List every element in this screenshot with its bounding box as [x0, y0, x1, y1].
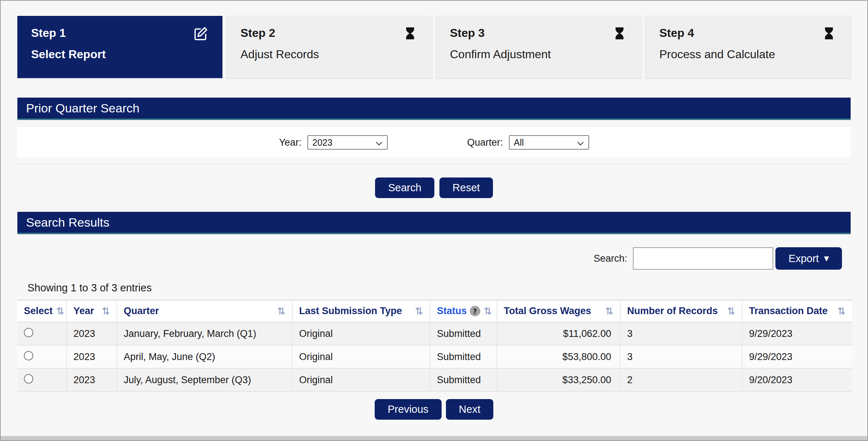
previous-button[interactable]: Previous — [375, 399, 442, 420]
quarter-select[interactable]: All — [509, 135, 589, 150]
quarter-select-value: All — [514, 137, 524, 148]
step-title: Confirm Adjustment — [450, 48, 627, 61]
select-row-radio[interactable] — [24, 374, 33, 384]
edit-icon — [193, 26, 209, 42]
cell-last-submission-type: Original — [292, 345, 430, 368]
column-header-select[interactable]: Select⇅ — [17, 300, 67, 322]
column-header-year[interactable]: Year⇅ — [67, 300, 117, 322]
status-help-icon[interactable]: ? — [470, 306, 480, 316]
cell-year: 2023 — [67, 368, 117, 391]
horizontal-scrollbar[interactable] — [1, 436, 867, 440]
cell-transaction-date: 9/29/2023 — [742, 345, 852, 368]
form-divider — [17, 164, 851, 164]
chevron-down-icon — [577, 137, 584, 148]
select-row-radio[interactable] — [24, 351, 33, 360]
cell-status: Submitted — [430, 368, 497, 391]
table-header-row: Select⇅ Year⇅ Quarter⇅ Last Submission T… — [17, 300, 852, 322]
next-button[interactable]: Next — [446, 399, 494, 420]
column-header-quarter[interactable]: Quarter⇅ — [117, 300, 292, 322]
cell-total-gross-wages: $11,062.00 — [497, 322, 620, 345]
cell-number-of-records: 3 — [620, 345, 742, 368]
step-label: Step 1 — [31, 26, 66, 40]
sort-icon: ⇅ — [277, 305, 285, 317]
step-title: Adjust Records — [241, 48, 418, 61]
column-header-number-of-records[interactable]: Number of Records⇅ — [620, 300, 742, 322]
cell-quarter: January, February, March (Q1) — [117, 322, 292, 345]
cell-status: Submitted — [430, 345, 497, 368]
search-results-header: Search Results — [17, 212, 851, 234]
cell-last-submission-type: Original — [292, 368, 430, 391]
step-1-select-report[interactable]: Step 1 Select Report — [17, 16, 222, 78]
sort-icon: ⇅ — [102, 305, 110, 317]
reset-button[interactable]: Reset — [439, 177, 493, 198]
results-table: Select⇅ Year⇅ Quarter⇅ Last Submission T… — [17, 300, 852, 392]
step-label: Step 2 — [241, 26, 275, 40]
sort-icon: ⇅ — [56, 305, 65, 317]
cell-transaction-date: 9/29/2023 — [742, 322, 852, 345]
export-button[interactable]: Export ▼ — [775, 247, 842, 270]
step-3-confirm-adjustment[interactable]: Step 3 Confirm Adjustment — [436, 16, 641, 78]
hourglass-icon — [612, 26, 627, 42]
hourglass-icon — [821, 26, 837, 42]
sort-icon: ⇅ — [605, 305, 613, 317]
year-field: Year: 2023 — [279, 135, 387, 150]
step-label: Step 3 — [450, 26, 485, 40]
step-label: Step 4 — [659, 26, 694, 40]
prior-quarter-search-header: Prior Quarter Search — [17, 98, 851, 120]
cell-number-of-records: 3 — [620, 322, 742, 345]
column-header-transaction-date[interactable]: Transaction Date⇅ — [742, 300, 852, 322]
chevron-down-icon — [375, 137, 383, 148]
cell-quarter: July, August, September (Q3) — [117, 368, 292, 391]
cell-last-submission-type: Original — [292, 322, 430, 345]
column-header-last-submission-type[interactable]: Last Submission Type⇅ — [292, 300, 430, 322]
results-search-input[interactable] — [633, 247, 773, 270]
step-title: Process and Calculate — [659, 48, 837, 61]
quarter-field: Quarter: All — [467, 135, 589, 150]
cell-total-gross-wages: $33,250.00 — [497, 368, 620, 391]
cell-number-of-records: 2 — [620, 368, 742, 391]
caret-down-icon: ▼ — [824, 255, 829, 262]
column-header-total-gross-wages[interactable]: Total Gross Wages⇅ — [497, 300, 620, 322]
sort-icon: ⇅ — [727, 305, 735, 317]
step-4-process-and-calculate[interactable]: Step 4 Process and Calculate — [646, 16, 851, 78]
cell-year: 2023 — [67, 345, 117, 368]
year-select[interactable]: 2023 — [307, 135, 388, 150]
sort-icon: ⇅ — [837, 305, 846, 317]
section-title: Prior Quarter Search — [26, 101, 140, 115]
cell-status: Submitted — [430, 322, 497, 345]
table-row: 2023 January, February, March (Q1) Origi… — [17, 322, 852, 345]
year-label: Year: — [279, 137, 301, 148]
table-row: 2023 July, August, September (Q3) Origin… — [17, 368, 852, 391]
cell-quarter: April, May, June (Q2) — [117, 345, 292, 368]
sort-icon: ⇅ — [415, 305, 423, 317]
column-header-status[interactable]: Status ? ⇅ — [430, 300, 497, 322]
sort-icon: ⇅ — [484, 305, 492, 317]
quarter-label: Quarter: — [467, 137, 503, 148]
step-title: Select Report — [31, 48, 209, 61]
hourglass-icon — [402, 26, 418, 42]
search-button[interactable]: Search — [375, 177, 434, 198]
results-search-label: Search: — [593, 253, 627, 264]
cell-year: 2023 — [67, 322, 117, 345]
cell-transaction-date: 9/20/2023 — [742, 368, 852, 391]
wizard-steps: Step 1 Select Report Step 2 Adjust Recor… — [17, 16, 851, 78]
section-title: Search Results — [26, 215, 110, 230]
step-2-adjust-records[interactable]: Step 2 Adjust Records — [227, 16, 432, 78]
table-row: 2023 April, May, June (Q2) Original Subm… — [17, 345, 852, 368]
search-form: Year: 2023 Quarter: All — [17, 127, 851, 158]
showing-entries-text: Showing 1 to 3 of 3 entries — [17, 282, 851, 294]
cell-total-gross-wages: $53,800.00 — [497, 345, 620, 368]
select-row-radio[interactable] — [24, 328, 33, 337]
year-select-value: 2023 — [312, 137, 333, 148]
export-button-label: Export — [788, 253, 819, 265]
